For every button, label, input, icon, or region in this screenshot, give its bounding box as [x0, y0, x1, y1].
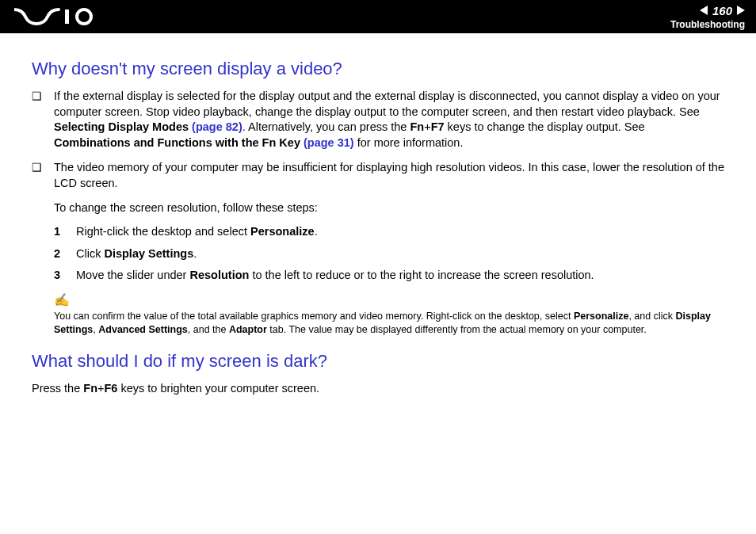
- step-number: 2: [54, 246, 65, 262]
- text: +: [424, 120, 430, 133]
- bullet-list: ❑ If the external display is selected fo…: [32, 89, 724, 191]
- prev-page-arrow-icon[interactable]: [700, 6, 708, 15]
- text: Press the: [32, 382, 83, 395]
- note-body: You can confirm the value of the total a…: [54, 311, 711, 335]
- text-bold: F6: [104, 382, 117, 395]
- bullet-body: If the external display is selected for …: [54, 89, 724, 151]
- text-bold: Resolution: [189, 269, 249, 281]
- page-content: Why doesn't my screen display a video? ❑…: [0, 33, 756, 397]
- numbered-list: 1 Right-click the desktop and select Per…: [54, 224, 724, 284]
- text: tab. The value may be displayed differen…: [267, 324, 647, 335]
- heading-video: Why doesn't my screen display a video?: [32, 59, 724, 79]
- text-bold: Adaptor: [229, 324, 267, 335]
- step-number: 1: [54, 224, 65, 240]
- text: , and the: [188, 324, 229, 335]
- heading-dark: What should I do if my screen is dark?: [32, 351, 724, 372]
- page-nav: 160: [700, 4, 745, 17]
- section-label: Troubleshooting: [670, 19, 745, 30]
- text: .: [193, 247, 197, 260]
- vaio-logo-svg: [14, 8, 101, 25]
- step-body: Right-click the desktop and select Perso…: [76, 224, 318, 240]
- text: keys to brighten your computer screen.: [117, 382, 319, 395]
- text: Move the slider under: [76, 269, 189, 281]
- text-bold: Combinations and Functions with the Fn K…: [54, 136, 304, 149]
- step-number: 3: [54, 268, 65, 284]
- header-right: 160 Troubleshooting: [670, 4, 745, 30]
- svg-rect-0: [65, 10, 69, 24]
- bullet-body: The video memory of your computer may be…: [54, 160, 724, 191]
- text: , and click: [628, 311, 675, 322]
- bullet-mark-icon: ❑: [32, 89, 43, 151]
- bullet-item: ❑ If the external display is selected fo…: [32, 89, 724, 151]
- list-item: 1 Right-click the desktop and select Per…: [54, 224, 724, 240]
- list-item: 2 Click Display Settings.: [54, 246, 724, 262]
- page-number: 160: [712, 4, 732, 17]
- next-page-arrow-icon[interactable]: [737, 6, 745, 15]
- note-icon: ✍: [54, 292, 724, 309]
- text: You can confirm the value of the total a…: [54, 311, 574, 322]
- note-block: ✍ You can confirm the value of the total…: [54, 292, 724, 337]
- text-bold: Fn: [410, 120, 424, 133]
- text-bold: Display Settings: [104, 247, 193, 260]
- text-bold: Personalize: [574, 311, 628, 322]
- page-link[interactable]: (page 31): [304, 136, 354, 149]
- step-body: Click Display Settings.: [76, 246, 197, 262]
- text: If the external display is selected for …: [54, 90, 720, 118]
- text-bold: Fn: [83, 382, 97, 395]
- vaio-logo: [14, 8, 101, 25]
- text: for more information.: [354, 136, 464, 149]
- text: .: [315, 225, 318, 238]
- bullet-mark-icon: ❑: [32, 160, 43, 191]
- header-bar: 160 Troubleshooting: [0, 0, 756, 33]
- text: . Alternatively, you can press the: [242, 120, 410, 133]
- sub-paragraph: To change the screen resolution, follow …: [54, 200, 724, 216]
- svg-point-1: [77, 10, 91, 24]
- page-link[interactable]: (page 82): [192, 120, 242, 133]
- text-bold: Advanced Settings: [98, 324, 188, 335]
- text-bold: Selecting Display Modes: [54, 120, 192, 133]
- text: Click: [76, 247, 104, 260]
- text: keys to change the display output. See: [445, 120, 645, 133]
- paragraph: Press the Fn+F6 keys to brighten your co…: [32, 381, 724, 397]
- text-bold: Personalize: [250, 225, 315, 238]
- step-body: Move the slider under Resolution to the …: [76, 268, 594, 284]
- text: Right-click the desktop and select: [76, 225, 250, 238]
- bullet-item: ❑ The video memory of your computer may …: [32, 160, 724, 191]
- text: to the left to reduce or to the right to…: [249, 269, 594, 281]
- text-bold: F7: [431, 120, 445, 133]
- list-item: 3 Move the slider under Resolution to th…: [54, 268, 724, 284]
